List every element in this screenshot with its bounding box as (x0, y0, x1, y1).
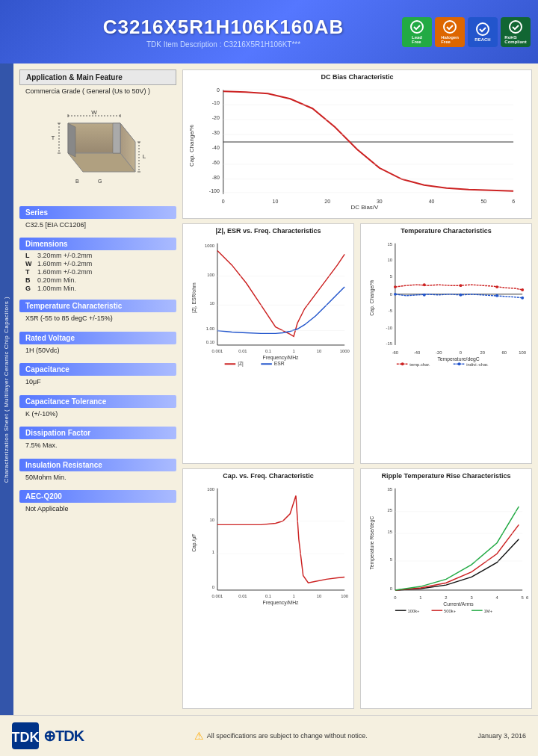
svg-text:0: 0 (217, 87, 220, 93)
svg-rect-70 (261, 363, 272, 365)
svg-text:60: 60 (502, 350, 507, 355)
temperature-title: Temperature Characteristics (364, 227, 528, 235)
tdk-text: ⊕TDK (43, 727, 84, 745)
aec-section: AEC-Q200 Not Applicable (19, 490, 176, 518)
svg-text:10: 10 (273, 199, 279, 204)
svg-point-98 (495, 294, 498, 297)
svg-text:-20: -20 (212, 115, 220, 120)
svg-text:1000: 1000 (340, 349, 350, 353)
svg-text:1000: 1000 (205, 244, 215, 248)
charts-row-3: Cap. vs. Freq. Characteristic 100 10 1 0… (182, 468, 532, 709)
svg-text:Cap. Change/%: Cap. Change/% (369, 280, 375, 316)
svg-text:100: 100 (341, 594, 348, 598)
svg-text:-10: -10 (386, 326, 393, 330)
dissipation-section: Dissipation Factor 7.5% Max. (19, 427, 176, 454)
svg-text:100k+: 100k+ (407, 609, 420, 613)
svg-text:15: 15 (388, 530, 392, 534)
svg-text:Current/Arms: Current/Arms (443, 601, 474, 607)
svg-point-91 (423, 283, 426, 286)
svg-text:2: 2 (445, 595, 447, 600)
svg-text:3: 3 (470, 595, 472, 600)
svg-text:-40: -40 (414, 350, 421, 355)
svg-text:indivi.-char.: indivi.-char. (466, 362, 489, 367)
svg-text:0.01: 0.01 (238, 349, 247, 353)
svg-text:20: 20 (324, 199, 330, 204)
charts-row-2: |Z|, ESR vs. Freq. Characteristics 1000 … (182, 223, 532, 464)
svg-text:0: 0 (212, 585, 215, 589)
svg-text:-20: -20 (436, 350, 442, 355)
reach-badge: REACH (468, 17, 498, 47)
capacitance-value: 10μF (19, 376, 176, 391)
rated-voltage-header: Rated Voltage (19, 332, 176, 344)
main-content: Application & Main Feature Commercia Gra… (0, 63, 538, 715)
svg-text:5: 5 (390, 274, 392, 279)
halogen-free-badge: HalogenFree (435, 17, 465, 47)
rated-voltage-value: 1H (50Vdc) (19, 344, 176, 359)
svg-point-92 (460, 284, 463, 287)
aec-value: Not Applicable (19, 503, 176, 518)
svg-marker-6 (68, 123, 120, 153)
lead-free-badge: LeadFree (402, 17, 432, 47)
dim-B: B 0.20mm Min. (19, 276, 176, 284)
svg-text:20: 20 (480, 350, 485, 355)
svg-text:10: 10 (317, 349, 322, 353)
svg-text:-10: -10 (212, 100, 220, 105)
impedance-title: |Z|, ESR vs. Freq. Characteristics (186, 227, 350, 235)
svg-text:10: 10 (388, 258, 393, 262)
svg-text:5: 5 (522, 595, 524, 600)
rated-voltage-section: Rated Voltage 1H (50Vdc) (19, 332, 176, 359)
svg-text:10: 10 (210, 301, 215, 306)
svg-text:-80: -80 (212, 175, 220, 180)
svg-text:temp.char.: temp.char. (409, 362, 430, 367)
series-section: Series C32.5 [EIA CC1206] (19, 206, 176, 234)
svg-text:1: 1 (212, 550, 214, 554)
page-footer: TDK ⊕TDK ⚠ All specifications are subjec… (0, 715, 538, 756)
header-title-block: C3216X5R1H106K160AB TDK Item Description… (45, 16, 402, 49)
svg-text:500k+: 500k+ (444, 609, 457, 613)
product-subtitle: TDK Item Description : C3216X5R1H106KT**… (45, 40, 402, 49)
dimensions-header: Dimensions (19, 238, 176, 250)
svg-rect-68 (225, 363, 236, 365)
svg-text:L: L (143, 153, 146, 160)
svg-text:30: 30 (377, 199, 383, 204)
svg-text:10: 10 (210, 518, 215, 522)
dc-bias-title: DC Bias Characteristic (186, 73, 528, 81)
cap-tolerance-value: K (+/-10%) (19, 408, 176, 423)
dimensions-section: Dimensions L 3.20mm +/-0.2mm W 1.60mm +/… (19, 238, 176, 295)
svg-text:4: 4 (495, 595, 498, 600)
dim-G: G 1.00mm Min. (19, 285, 176, 292)
svg-text:6: 6 (512, 199, 515, 204)
svg-text:Temperature Rise/degC: Temperature Rise/degC (369, 516, 375, 570)
svg-point-96 (423, 294, 426, 297)
svg-text:0.01: 0.01 (238, 594, 247, 598)
footer-date: January 3, 2016 (477, 732, 526, 740)
svg-text:25: 25 (388, 508, 392, 512)
temperature-chart-container: Temperature Characteristics 15 10 5 0 -5… (360, 223, 532, 464)
svg-text:Frequency/MHz: Frequency/MHz (263, 600, 300, 606)
tdk-logo-icon: TDK (12, 722, 39, 749)
svg-text:Frequency/MHz: Frequency/MHz (263, 355, 300, 361)
svg-text:Cap. Change/%: Cap. Change/% (188, 125, 195, 167)
footer-logo: TDK ⊕TDK (12, 722, 84, 749)
svg-text:T: T (52, 134, 55, 141)
series-value: C32.5 [EIA CC1206] (19, 219, 176, 234)
svg-text:B: B (75, 179, 79, 184)
capacitance-header: Capacitance (19, 363, 176, 376)
svg-point-90 (394, 285, 397, 288)
svg-point-1 (444, 21, 456, 33)
dc-bias-chart: 0 -10 -20 -30 -40 -60 -80 -100 0 10 20 3… (186, 82, 528, 209)
svg-point-97 (460, 294, 463, 297)
svg-text:G: G (98, 179, 102, 184)
cap-freq-title: Cap. vs. Freq. Characteristic (186, 472, 350, 480)
dim-W: W 1.60mm +/-0.2mm (19, 260, 176, 267)
svg-text:1: 1 (292, 594, 294, 598)
impedance-chart: 1000 100 10 1.00 0.10 0.001 0.01 0.1 1 1… (186, 236, 350, 371)
svg-text:1: 1 (292, 349, 294, 353)
svg-text:W: W (91, 109, 97, 116)
svg-text:|Z|, ESR/ohm: |Z|, ESR/ohm (191, 282, 197, 313)
cap-freq-chart-container: Cap. vs. Freq. Characteristic 100 10 1 0… (182, 468, 354, 709)
svg-text:6: 6 (526, 595, 528, 600)
svg-text:-60: -60 (212, 160, 220, 165)
temp-char-section: Temperature Characteristic X5R (-55 to 8… (19, 300, 176, 327)
svg-text:0.001: 0.001 (212, 349, 223, 353)
